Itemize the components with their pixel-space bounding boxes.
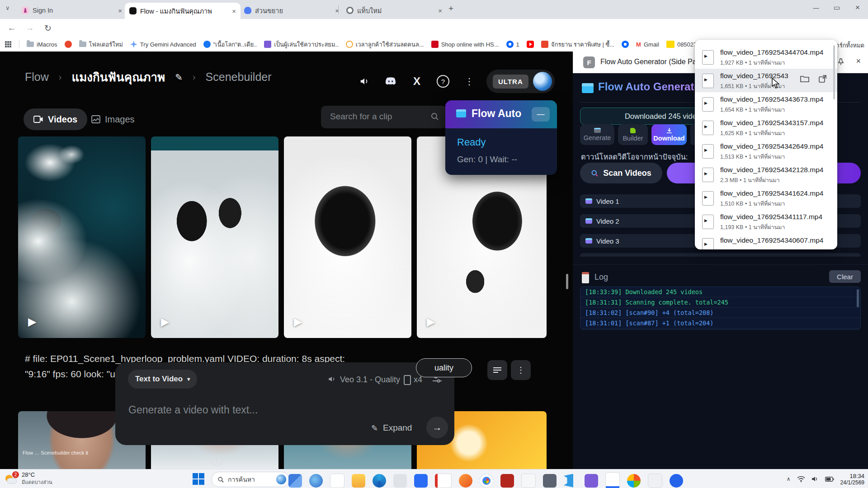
video-thumbnail-2[interactable]: ▶ xyxy=(151,136,278,338)
x-logo-icon[interactable]: X xyxy=(408,72,426,90)
copilot-icon[interactable] xyxy=(309,474,323,488)
download-item[interactable]: flow_video_1769254342128.mp42.3 MB • 1 น… xyxy=(695,163,837,186)
more-options-button[interactable]: ⋮ xyxy=(511,360,531,380)
people-icon[interactable] xyxy=(670,474,683,488)
calculator-icon[interactable] xyxy=(648,474,662,488)
play-icon[interactable]: ▶ xyxy=(161,315,169,328)
tab-videos[interactable]: Videos xyxy=(24,108,87,130)
tab-images[interactable]: Images xyxy=(81,108,145,130)
hidden-icons-chevron[interactable]: ∧ xyxy=(787,476,791,482)
widget-header[interactable]: Flow Auto — xyxy=(445,100,557,128)
quality-chip[interactable]: uality xyxy=(416,358,472,377)
download-item[interactable]: flow_video_1769254341624.mp41,510 KB • 1… xyxy=(695,186,837,210)
app-icon-red-white[interactable] xyxy=(435,474,452,488)
vscode-icon[interactable] xyxy=(564,474,577,488)
window-maximize-button[interactable]: ▭ xyxy=(826,0,847,15)
page-scrollbar[interactable] xyxy=(566,274,568,289)
bookmark-red-app[interactable] xyxy=(65,41,72,48)
project-title[interactable]: แมงกินฟันคุณภาพ xyxy=(71,68,165,86)
battery-icon[interactable] xyxy=(825,477,834,482)
tab-sign-in[interactable]: Sign In × xyxy=(17,4,127,17)
new-tab-button[interactable]: + xyxy=(448,4,453,14)
play-icon[interactable]: ▶ xyxy=(427,315,435,328)
bookmark-gmail[interactable]: MGmail xyxy=(636,41,659,48)
clip-search-input[interactable]: Search for a clip xyxy=(321,106,447,128)
mode-dropdown[interactable]: Text to Video▾ xyxy=(128,370,197,389)
window-minimize-button[interactable]: — xyxy=(806,0,826,15)
edit-title-icon[interactable]: ✎ xyxy=(175,72,183,83)
play-icon[interactable]: ▶ xyxy=(28,315,36,328)
download-item[interactable]: flow_video_1769254343673.mp41,654 KB • 1… xyxy=(695,92,837,116)
help-icon[interactable]: ? xyxy=(434,72,452,90)
tab-close-icon[interactable]: × xyxy=(228,7,236,15)
apps-grid-icon[interactable] xyxy=(5,41,12,48)
scan-videos-button[interactable]: Scan Videos xyxy=(580,163,662,183)
open-in-new-icon[interactable] xyxy=(819,75,826,83)
download-item[interactable]: flow_video_1769254342649.mp41,513 KB • 1… xyxy=(695,139,837,163)
prompt-placeholder[interactable]: Generate a video with text... xyxy=(128,404,258,416)
avatar[interactable] xyxy=(533,72,552,91)
wifi-icon[interactable] xyxy=(797,476,805,482)
download-item-hovered[interactable]: flow_video_1769254344419 1,651 KB • 1 นา… xyxy=(695,69,837,92)
app-icon-purple[interactable] xyxy=(585,474,598,488)
tab-search-icon[interactable]: ∨ xyxy=(5,5,10,11)
weather-widget[interactable]: 2 28°C มีแดดบางส่วน xyxy=(5,471,52,486)
audio-icon[interactable] xyxy=(355,72,373,90)
firefox-icon[interactable] xyxy=(459,474,472,488)
info-icon[interactable]: ! xyxy=(211,454,223,466)
app-icon-darkred[interactable] xyxy=(500,474,514,488)
video-thumbnail-1[interactable]: ▶ xyxy=(18,136,146,338)
bookmark-globe[interactable]: เวลาลูกค้าใช้ส่วนลดคนล... xyxy=(346,40,424,49)
download-item[interactable]: flow_video_1769254344704.mp41,927 KB • 1… xyxy=(695,45,837,69)
breadcrumb-root[interactable]: Flow xyxy=(25,70,49,84)
video-thumbnail-3[interactable]: ▶ xyxy=(284,136,411,338)
photos-icon[interactable] xyxy=(627,474,641,488)
play-icon[interactable]: ▶ xyxy=(294,315,302,328)
bookmark-imacros[interactable]: iMacros xyxy=(27,41,57,48)
popup-scrollbar[interactable] xyxy=(833,45,835,99)
download-item[interactable]: flow_video_1769254341117.mp41,193 KB • 1… xyxy=(695,210,837,233)
edge-icon[interactable] xyxy=(373,474,386,488)
app-icon-gray[interactable] xyxy=(393,474,407,488)
discord-icon[interactable] xyxy=(382,72,400,90)
bookmark-meta-1[interactable]: 1 xyxy=(506,41,519,48)
breadcrumb-page[interactable]: Scenebuilder xyxy=(206,70,272,84)
task-view-icon[interactable] xyxy=(288,474,302,488)
bookmark-bike[interactable]: จักรยาน ราคาพิเศษ | ซื้... xyxy=(541,40,614,49)
side-panel-close-icon[interactable]: × xyxy=(856,56,861,66)
log-clear-button[interactable]: Clear xyxy=(829,270,861,283)
bookmark-meta-2[interactable] xyxy=(622,41,629,48)
download-item[interactable]: flow_video_1769254340607.mp4 xyxy=(695,233,837,249)
show-in-folder-icon[interactable] xyxy=(800,75,809,83)
widgets-icon[interactable] xyxy=(330,474,344,488)
bookmark-youtube[interactable] xyxy=(527,41,534,48)
tab-new[interactable]: แท็บใหม่ × xyxy=(342,4,447,17)
taskbar-search[interactable]: การค้นหา xyxy=(212,472,289,487)
model-label[interactable]: Veo 3.1 - Quality xyxy=(340,375,400,385)
generate-send-button[interactable]: → xyxy=(426,417,448,438)
bookmark-fb[interactable]: "เนื้อโลก"ต..เดีย.. xyxy=(203,40,257,49)
bookmark-new-folder[interactable]: โฟลเดอร์ใหม่ xyxy=(79,40,123,49)
back-button[interactable]: ← xyxy=(5,22,18,34)
camera-icon[interactable] xyxy=(543,474,557,488)
bookmark-shop[interactable]: Shop online with HS... xyxy=(431,41,499,48)
video-row-partial[interactable] xyxy=(580,253,861,257)
volume-icon[interactable] xyxy=(811,476,819,482)
window-close-button[interactable]: × xyxy=(847,0,868,15)
playlist-button[interactable] xyxy=(487,360,507,380)
mail-icon[interactable] xyxy=(605,472,620,488)
tab-close-icon[interactable]: × xyxy=(114,7,122,14)
tab-generate[interactable]: Generate xyxy=(580,124,614,145)
bookmark-gemini[interactable]: Try Gemini Advanced xyxy=(130,41,196,48)
tab-builder[interactable]: Builder xyxy=(618,124,648,145)
bookmark-purple[interactable]: เป็นผู้เล่นใช้ควาประสยม.. xyxy=(264,40,339,49)
chrome-icon[interactable] xyxy=(480,474,493,488)
expand-button[interactable]: Expand xyxy=(383,423,412,433)
output-count[interactable]: x4 xyxy=(414,375,422,385)
tab-flow-active[interactable]: Flow - แมงกินฟันคุณภาพ × xyxy=(125,3,241,19)
notepad-icon[interactable] xyxy=(521,474,536,488)
clock[interactable]: 18:34 24/1/2569 xyxy=(840,473,864,486)
widget-minimize-button[interactable]: — xyxy=(532,107,550,122)
file-explorer-icon[interactable] xyxy=(352,474,365,488)
log-scrollbar[interactable] xyxy=(857,289,859,307)
